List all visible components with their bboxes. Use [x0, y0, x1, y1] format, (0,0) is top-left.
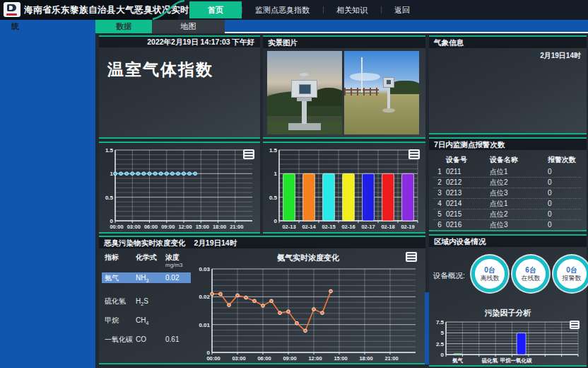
svg-text:02-18: 02-18: [381, 224, 394, 230]
device-no: 0213: [446, 188, 490, 198]
online-count-badge: 6台 在线数: [512, 255, 549, 292]
col-formula: 化学式: [136, 253, 165, 268]
svg-text:12:00: 12:00: [308, 355, 322, 362]
main-menu: 首页 监测点恶臭指数 相关知识 返回: [189, 0, 423, 20]
top-navbar: 海南省乐东黎族自治县大气恶臭状况实时发布系 首页 监测点恶臭指数 相关知识 返回: [0, 0, 588, 20]
online-count: 6台: [525, 266, 536, 275]
device-no: 0211: [446, 167, 490, 177]
menu-item-odor-index[interactable]: 监测点恶臭指数: [242, 0, 323, 20]
menu-item-knowledge[interactable]: 相关知识: [323, 0, 381, 20]
logo-red-text: [6, 13, 17, 16]
chart-menu-icon[interactable]: [243, 149, 254, 159]
col-device-no: 设备号: [446, 155, 490, 165]
svg-text:06:00: 06:00: [257, 355, 271, 362]
svg-text:5: 5: [441, 330, 445, 336]
svg-text:1.5: 1.5: [105, 147, 114, 154]
alarm-count: 0: [548, 199, 581, 209]
pollutant-formula: H2S: [136, 296, 165, 306]
device-stat-circles: 0台 离线数 6台 在线数 0台 报警数: [471, 255, 588, 292]
site-photo-day: [344, 51, 419, 134]
chart-menu-icon[interactable]: [406, 252, 417, 262]
pollutant-datetime: 2月19日14时: [194, 237, 237, 248]
svg-text:1.5: 1.5: [269, 147, 278, 154]
pollutant-row-co[interactable]: 一氧化碳 CO 0.61: [105, 334, 191, 345]
svg-text:7.5: 7.5: [436, 319, 445, 326]
header-spacer: [433, 155, 446, 165]
svg-text:09:00: 09:00: [161, 224, 175, 230]
pollutant-table: 指标 化学式 浓度 mg/m3 氨气 NH3 0.02 硫化氢 H2S 甲烷 C…: [99, 248, 191, 363]
pollutant-name: 氨气: [105, 272, 136, 283]
device-name: 点位1: [490, 167, 548, 177]
alarm-count-badge: 0台 报警数: [553, 255, 588, 292]
device-name: 点位3: [490, 188, 548, 198]
greenhouse-line-chart: 00.511.500:0003:0006:0009:0012:0015:0018…: [101, 146, 257, 230]
svg-text:15:00: 15:00: [196, 224, 209, 230]
svg-text:2.5: 2.5: [436, 341, 445, 347]
pollution-factor-chart: 02.557.5氨气硫化氢甲烷一氧化碳: [432, 318, 582, 364]
offline-count-badge: 0台 离线数: [471, 255, 508, 292]
pollutant-row-ammonia[interactable]: 氨气 NH3 0.02: [102, 272, 191, 283]
app-logo: [4, 2, 20, 17]
monitor-pole: [302, 99, 306, 123]
alarm-count: 0: [548, 178, 581, 188]
col-indicator: 指标: [105, 253, 136, 268]
svg-text:03:00: 03:00: [127, 224, 141, 230]
table-row: 1 0211 点位1 0: [433, 167, 581, 178]
device-name: 点位1: [490, 199, 548, 209]
alarm-count: 0: [548, 220, 581, 230]
weather-datetime: 2月19日14时: [429, 48, 587, 61]
device-no: 0215: [446, 209, 490, 219]
ammonia-chart-title: 氨气实时浓度变化: [198, 253, 418, 263]
tab-data[interactable]: 数据: [95, 20, 152, 33]
chart-menu-icon[interactable]: [570, 321, 580, 329]
svg-text:21:00: 21:00: [230, 224, 243, 230]
alarm-count: 0: [548, 209, 581, 219]
monitor-antenna: [302, 76, 305, 80]
pollutant-row-ch4[interactable]: 甲烷 CH4: [105, 315, 191, 326]
pollutant-formula: NH3: [136, 272, 165, 283]
photo-cloud: [350, 73, 380, 81]
chart-menu-icon[interactable]: [408, 149, 420, 159]
svg-text:02-13: 02-13: [282, 224, 295, 230]
devices-panel-title: 区域内设备情况: [429, 236, 587, 247]
device-name: 点位3: [490, 220, 548, 230]
pollutant-row-h2s[interactable]: 硫化氢 H2S: [105, 296, 191, 306]
photo-strip: [263, 48, 425, 137]
monitor-base: [382, 108, 395, 113]
alarm-table-header: 设备号 设备名称 报警次数: [433, 154, 581, 167]
row-index: 5: [433, 209, 446, 219]
svg-text:18:00: 18:00: [213, 224, 226, 230]
alarm-count: 0: [548, 188, 581, 198]
photos-panel-title: 实景图片: [263, 37, 425, 48]
svg-text:1: 1: [110, 171, 114, 177]
svg-text:06:00: 06:00: [144, 224, 158, 230]
row-index: 6: [433, 220, 446, 230]
menu-item-back[interactable]: 返回: [381, 0, 423, 20]
menu-item-home[interactable]: 首页: [189, 1, 242, 18]
device-name: 点位2: [490, 209, 548, 219]
greenhouse-line-panel: 00.511.500:0003:0006:0009:0012:0015:0018…: [99, 142, 260, 234]
svg-text:一氧化碳: 一氧化碳: [511, 357, 533, 364]
daily-bars-panel: 00.511.502-1302-1402-1502-1602-1702-1802…: [263, 142, 425, 234]
device-no: 0216: [446, 220, 490, 230]
site-photo-dusk: [267, 51, 342, 134]
weather-panel-title: 气象信息: [429, 37, 587, 48]
pollutant-value: [165, 296, 189, 306]
pollutant-name: 一氧化碳: [105, 334, 136, 345]
alarm-table-panel: 7日内监测点报警次数 设备号 设备名称 报警次数 1 0211 点位1 0 2 …: [429, 137, 587, 231]
online-label: 在线数: [522, 275, 541, 282]
tab-map[interactable]: 地图: [152, 20, 225, 33]
overview-label: 设备概况:: [433, 271, 465, 281]
alarm-count: 0: [548, 167, 581, 177]
pollutant-value: [165, 315, 189, 326]
svg-text:0.02: 0.02: [199, 294, 210, 300]
device-no: 0212: [446, 178, 490, 188]
offline-label: 离线数: [481, 275, 500, 282]
svg-text:0: 0: [441, 352, 445, 358]
svg-text:00:00: 00:00: [110, 224, 123, 230]
row-index: 1: [433, 167, 446, 177]
ammonia-line-chart: 00.010.020.0300:0003:0006:0009:0012:0015…: [194, 265, 420, 362]
table-row: 2 0212 点位2 0: [433, 178, 581, 188]
device-no: 0214: [446, 199, 490, 209]
col-alarm-count: 报警次数: [548, 155, 581, 165]
